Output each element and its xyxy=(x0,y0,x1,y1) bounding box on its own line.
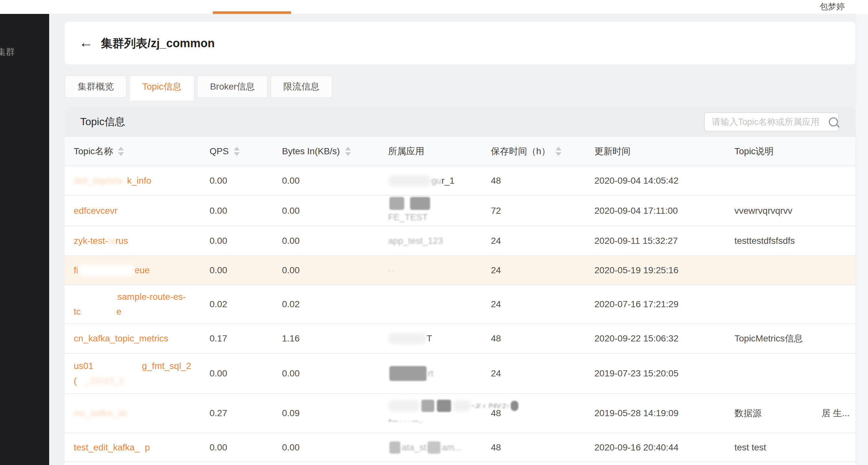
bytes-in-cell: 0.09 xyxy=(282,394,379,433)
topic-link-fragment[interactable]: edfcevcevr xyxy=(74,204,117,218)
search-icon[interactable] xyxy=(829,117,838,126)
cell-text: 居 生... xyxy=(822,406,854,421)
topic-link-fragment[interactable]: eue xyxy=(134,263,150,278)
bytes-in-cell: 0.00 xyxy=(282,226,379,255)
redaction-block xyxy=(437,400,451,412)
cell-text: 2019-05-28 14:19:09 xyxy=(594,406,730,421)
user-name[interactable]: 包梦婷 xyxy=(819,0,845,14)
topic-link-fragment[interactable]: k_info xyxy=(127,173,151,188)
caret-up-icon[interactable] xyxy=(234,147,240,150)
cell-line: tce xyxy=(74,304,213,319)
topic-name-cell: mc_kafka_str xyxy=(74,394,213,433)
sidebar-item-cluster[interactable]: 集群 xyxy=(0,46,15,58)
cell-text: 24 xyxy=(491,234,585,248)
caret-up-icon[interactable] xyxy=(345,147,351,150)
redaction-block xyxy=(390,366,427,381)
caret-down-icon[interactable] xyxy=(234,152,240,156)
topic-name-cell: cn_kafka_topic_metrics xyxy=(74,324,213,353)
scrollbar-track[interactable] xyxy=(856,14,868,465)
caret-down-icon[interactable] xyxy=(345,152,351,156)
bytes-in-cell: 1.16 xyxy=(282,324,379,353)
cell-text: 48 xyxy=(491,173,585,188)
search-input[interactable] xyxy=(705,117,826,127)
topic-link-fragment[interactable]: zyk-test- xyxy=(74,234,108,248)
redaction-block xyxy=(390,441,400,454)
cell-text: 1.16 xyxy=(282,331,379,346)
sort-carets-icon[interactable] xyxy=(556,147,561,156)
column-header-label: 更新时间 xyxy=(594,145,631,157)
topic-link-fragment[interactable]: us01 xyxy=(74,359,93,373)
column-header: 所属应用 xyxy=(388,137,424,165)
cluster-detail-tabs: 集群概览Topic信息Broker信息限流信息 xyxy=(65,75,333,100)
topic-link-fragment[interactable]: p xyxy=(145,440,150,455)
cell-text: 24 xyxy=(491,366,585,381)
sort-carets-icon[interactable] xyxy=(234,147,240,156)
back-arrow-icon[interactable]: ← xyxy=(79,22,93,64)
topic-link-fragment[interactable]: ( xyxy=(74,373,76,389)
table-row: sample-route-es-tce0.020.02242020-07-16 … xyxy=(65,285,856,324)
cell-line: fieue xyxy=(74,263,213,278)
caret-up-icon[interactable] xyxy=(556,147,561,150)
updated-time-cell: 2020-09-11 15:32:27 xyxy=(594,226,730,255)
cell-text: testtestdfsfsdfs xyxy=(735,234,818,248)
column-header: Topic名称 xyxy=(74,137,124,165)
caret-down-icon[interactable] xyxy=(556,152,561,156)
redacted-topic-fragment: mc_kafka_str xyxy=(74,406,128,421)
topic-link-fragment[interactable]: fi xyxy=(74,263,78,278)
tab-cluster-overview[interactable]: 集群概览 xyxy=(65,75,127,98)
table-body: didi_bigdatak_info0.000.00gur_1482020-09… xyxy=(65,166,856,462)
cell-text: 24 xyxy=(491,263,585,278)
tab-topic-info[interactable]: Topic信息 xyxy=(129,75,194,100)
qps-cell: 0.00 xyxy=(210,166,274,195)
bytes-in-cell: 0.00 xyxy=(282,433,379,461)
top-navigation-bar: 包梦婷 xyxy=(0,0,868,14)
caret-down-icon[interactable] xyxy=(118,152,124,156)
updated-time-cell: 2019-05-28 14:19:09 xyxy=(594,394,730,433)
topic-desc-cell: testtestdfsfsdfs xyxy=(735,226,818,255)
qps-cell: 0.00 xyxy=(210,354,274,393)
bytes-in-cell: 0.02 xyxy=(282,285,379,323)
topic-link-fragment[interactable]: g_fmt_sql_2 xyxy=(142,359,191,373)
page-header-card: ← 集群列表/zj_common xyxy=(65,22,856,64)
tab-broker-info[interactable]: Broker信息 xyxy=(197,75,268,98)
redaction-smudge xyxy=(389,175,431,186)
qps-cell: 0.27 xyxy=(210,394,274,433)
topic-link-fragment[interactable]: rus xyxy=(116,234,128,248)
cell-text: 0.00 xyxy=(210,366,274,381)
cell-text: 48 xyxy=(491,440,585,455)
column-header-label: Topic名称 xyxy=(74,145,113,157)
retention-cell: 24 xyxy=(491,354,585,393)
topic-link-fragment[interactable]: sample-route-es- xyxy=(117,289,186,304)
cell-text: r_1 xyxy=(441,173,454,188)
cell-text: 0.00 xyxy=(210,173,274,188)
cell-line: (_23115_2 xyxy=(74,373,213,389)
retention-cell: 48 xyxy=(491,394,585,433)
redacted-text: ata_st xyxy=(402,440,426,455)
column-header-label: 保存时间（h） xyxy=(491,145,551,157)
cell-text: 2020-09-16 20:40:44 xyxy=(594,440,730,455)
cell-text: 0.27 xyxy=(210,406,274,421)
topic-link-fragment[interactable]: e xyxy=(117,304,122,319)
caret-up-icon[interactable] xyxy=(118,147,124,150)
topic-link-fragment[interactable]: tc xyxy=(74,304,81,319)
topic-link-fragment[interactable]: test_edit_kafka_ xyxy=(74,440,140,455)
redaction-smudge xyxy=(389,400,420,411)
cell-text: 0.00 xyxy=(282,440,379,455)
topic-link-fragment[interactable]: cn_kafka_topic_metrics xyxy=(74,331,168,346)
cell-text: 0.17 xyxy=(210,331,274,346)
sort-carets-icon[interactable] xyxy=(345,147,351,156)
retention-cell: 24 xyxy=(491,285,585,323)
qps-cell: 0.02 xyxy=(210,285,274,323)
sort-carets-icon[interactable] xyxy=(118,147,124,156)
cell-line: didi_bigdatak_info xyxy=(74,173,213,188)
updated-time-cell: 2020-07-16 17:21:29 xyxy=(594,285,730,323)
qps-cell: 0.00 xyxy=(210,256,274,285)
column-header: QPS xyxy=(210,137,240,165)
cell-text: test test xyxy=(735,440,818,455)
redaction-smudge xyxy=(453,400,471,411)
topic-desc-cell: test test xyxy=(735,433,818,461)
tab-throttle-info[interactable]: 限流信息 xyxy=(270,75,333,98)
retention-cell: 24 xyxy=(491,226,585,255)
cell-text: 48 xyxy=(491,331,585,346)
topic-desc-cell: vvewrvqrvqrvv xyxy=(735,196,818,226)
